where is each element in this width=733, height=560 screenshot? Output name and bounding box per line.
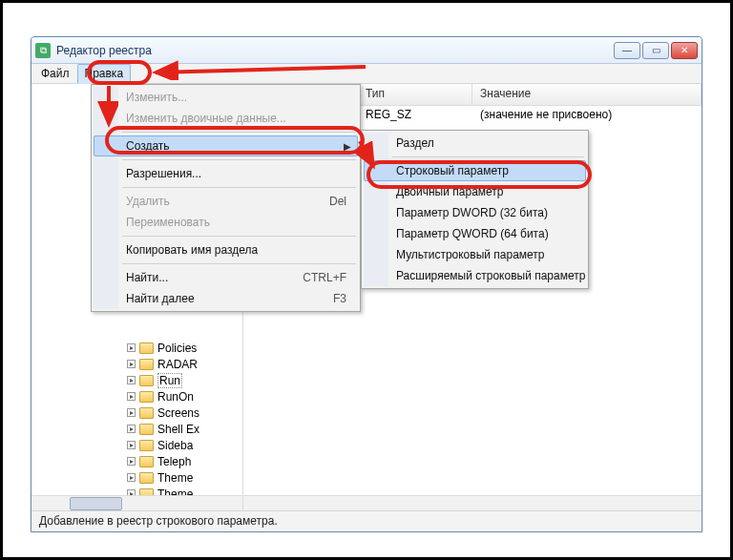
submenu-multi-string[interactable]: Мультистроковый параметр (364, 244, 586, 265)
expand-icon[interactable]: ▸ (127, 392, 136, 401)
expand-icon[interactable]: ▸ (127, 441, 136, 449)
menu-find[interactable]: Найти... CTRL+F (94, 267, 358, 288)
folder-icon (139, 440, 154, 451)
menu-create-label: Создать (126, 139, 170, 153)
tree-item[interactable]: ▸Run (127, 372, 199, 388)
scrollbar-thumb[interactable] (70, 497, 122, 510)
tree-item[interactable]: ▸RunOn (127, 388, 199, 404)
expand-icon[interactable]: ▸ (127, 343, 136, 352)
close-button[interactable]: ✕ (671, 42, 698, 59)
create-submenu: Раздел Строковый параметр Двоичный парам… (361, 130, 589, 289)
menu-permissions[interactable]: Разрешения... (94, 163, 358, 184)
menu-find-next[interactable]: Найти далее F3 (94, 288, 358, 309)
folder-icon (139, 342, 154, 354)
menu-modify[interactable]: Изменить... (94, 87, 358, 108)
submenu-qword[interactable]: Параметр QWORD (64 бита) (364, 223, 586, 244)
submenu-dword[interactable]: Параметр DWORD (32 бита) (364, 202, 586, 223)
menu-edit[interactable]: Правка (77, 64, 132, 84)
submenu-binary[interactable]: Двоичный параметр (364, 181, 586, 202)
tree-item-label: RADAR (157, 358, 198, 371)
submenu-key[interactable]: Раздел (364, 133, 586, 154)
tree-item[interactable]: ▸Policies (127, 340, 199, 356)
folder-icon (139, 472, 154, 484)
tree-item-label: Theme (157, 487, 193, 496)
shortcut-find-next: F3 (333, 292, 346, 305)
submenu-arrow-icon: ▶ (344, 141, 351, 152)
tree-item[interactable]: ▸Screens (127, 404, 199, 421)
menu-find-next-label: Найти далее (126, 292, 195, 305)
submenu-string[interactable]: Строковый параметр (364, 160, 586, 181)
expand-icon[interactable]: ▸ (127, 473, 136, 482)
window-title: Редактор реестра (56, 44, 614, 57)
tree-item[interactable]: ▸Theme (127, 486, 199, 495)
menu-find-label: Найти... (126, 271, 168, 284)
menu-rename[interactable]: Переименовать (94, 212, 358, 233)
tree-item-label: RunOn (157, 390, 194, 404)
tree-item-label: Teleph (157, 455, 191, 468)
folder-icon (139, 375, 154, 386)
folder-icon (139, 424, 154, 435)
col-type[interactable]: Тип (358, 84, 472, 105)
maximize-button[interactable]: ▭ (642, 42, 669, 59)
app-icon: ⧉ (35, 43, 51, 58)
tree-item[interactable]: ▸Theme (127, 469, 199, 486)
folder-icon (139, 359, 154, 370)
tree-item[interactable]: ▸RADAR (127, 356, 199, 372)
tree-item-label: Policies (157, 342, 197, 355)
shortcut-find: CTRL+F (303, 271, 346, 284)
folder-icon (139, 407, 154, 419)
menu-create[interactable]: Создать ▶ (94, 135, 358, 156)
folder-icon (139, 488, 154, 496)
cell-type: REG_SZ (366, 108, 480, 121)
expand-icon[interactable]: ▸ (127, 408, 136, 417)
cell-value: (значение не присвоено) (480, 108, 694, 121)
expand-icon[interactable]: ▸ (127, 425, 136, 433)
menu-delete-label: Удалить (126, 195, 170, 208)
shortcut-del: Del (329, 195, 346, 208)
list-hscrollbar[interactable] (243, 495, 702, 510)
tree-item[interactable]: ▸Shell Ex (127, 421, 199, 437)
menu-copy-key-name[interactable]: Копировать имя раздела (94, 239, 358, 260)
submenu-expand-string[interactable]: Расширяемый строковый параметр (364, 265, 586, 286)
tree-hscrollbar[interactable] (31, 495, 242, 510)
titlebar[interactable]: ⧉ Редактор реестра — ▭ ✕ (31, 37, 702, 64)
menubar: Файл Правка (31, 64, 702, 84)
menu-file[interactable]: Файл (33, 64, 77, 84)
minimize-button[interactable]: — (614, 42, 640, 59)
edit-dropdown-menu: Изменить... Изменить двоичные данные... … (91, 84, 361, 312)
tree-item[interactable]: ▸Teleph (127, 453, 199, 469)
expand-icon[interactable]: ▸ (127, 360, 136, 368)
tree-item[interactable]: ▸Sideba (127, 437, 199, 453)
expand-icon[interactable]: ▸ (127, 376, 136, 384)
col-value[interactable]: Значение (472, 84, 702, 105)
folder-icon (139, 456, 154, 467)
statusbar: Добавление в реестр строкового параметра… (31, 510, 702, 531)
tree-item-label: Theme (157, 471, 193, 485)
menu-modify-binary[interactable]: Изменить двоичные данные... (94, 108, 358, 129)
tree-item-label: Screens (157, 406, 199, 420)
menu-delete[interactable]: Удалить Del (94, 191, 358, 212)
tree-item-label: Shell Ex (157, 423, 199, 436)
folder-icon (139, 391, 154, 403)
tree-item-label: Run (157, 373, 182, 388)
expand-icon[interactable]: ▸ (127, 457, 136, 466)
tree-item-label: Sideba (157, 439, 193, 452)
